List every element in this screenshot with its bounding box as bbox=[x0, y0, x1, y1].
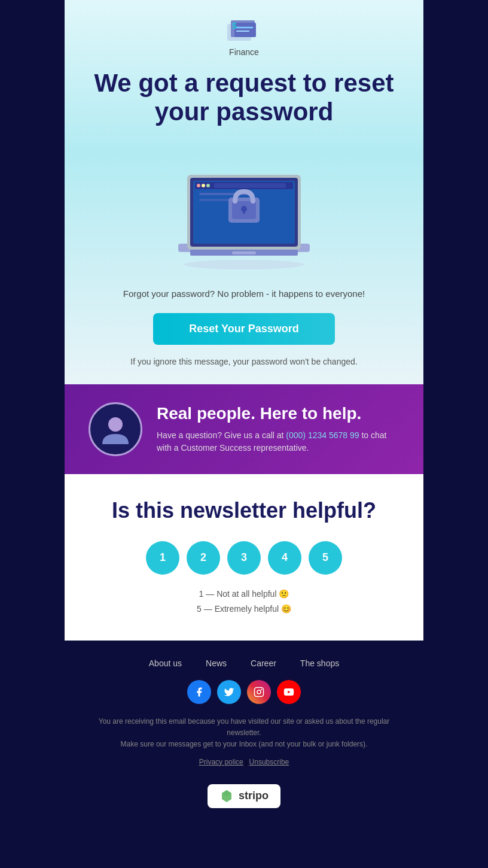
logo-area: $ Finance bbox=[89, 18, 399, 57]
hero-section: $ Finance We got a request to reset your… bbox=[65, 0, 423, 384]
social-icons bbox=[89, 680, 399, 704]
twitter-icon bbox=[224, 687, 234, 697]
unsubscribe-link[interactable]: Unsubscribe bbox=[249, 758, 289, 766]
support-title: Real people. Here to help. bbox=[157, 404, 399, 423]
svg-rect-23 bbox=[243, 209, 245, 214]
newsletter-section: Is this newsletter helpful? 1 2 3 4 5 1 … bbox=[65, 474, 423, 641]
facebook-link[interactable] bbox=[187, 680, 211, 704]
support-avatar bbox=[89, 402, 142, 456]
newsletter-title: Is this newsletter helpful? bbox=[89, 498, 399, 523]
rating-button-2[interactable]: 2 bbox=[187, 541, 220, 575]
svg-rect-15 bbox=[214, 183, 286, 188]
svg-point-12 bbox=[197, 184, 200, 187]
svg-point-14 bbox=[206, 184, 210, 187]
svg-point-27 bbox=[261, 689, 262, 690]
reset-password-button[interactable]: Reset Your Password bbox=[153, 313, 334, 345]
footer-section: About us News Career The shops bbox=[65, 641, 423, 826]
support-text: Have a question? Give us a call at (000)… bbox=[157, 429, 399, 454]
footer-nav-about[interactable]: About us bbox=[149, 658, 182, 668]
rating-label-low: 1 — Not at all helpful 🙁 bbox=[89, 587, 399, 602]
support-section: Real people. Here to help. Have a questi… bbox=[65, 384, 423, 474]
support-content: Real people. Here to help. Have a questi… bbox=[157, 404, 399, 454]
svg-point-13 bbox=[202, 184, 205, 187]
youtube-link[interactable] bbox=[277, 680, 301, 704]
footer-links: Privacy police | Unsubscribe bbox=[89, 758, 399, 766]
footer-nav-career[interactable]: Career bbox=[251, 658, 276, 668]
footer-nav: About us News Career The shops bbox=[89, 658, 399, 668]
svg-text:$: $ bbox=[232, 21, 237, 31]
ignore-text: If you ignore this message, your passwor… bbox=[89, 357, 399, 366]
stripo-badge: stripo bbox=[208, 784, 280, 808]
rating-button-5[interactable]: 5 bbox=[309, 541, 342, 575]
privacy-link[interactable]: Privacy police bbox=[199, 758, 243, 766]
svg-point-26 bbox=[257, 690, 261, 694]
logo-text: Finance bbox=[229, 47, 259, 57]
svg-rect-25 bbox=[255, 687, 264, 696]
footer-nav-shops[interactable]: The shops bbox=[300, 658, 339, 668]
finance-logo-icon: $ bbox=[226, 18, 262, 45]
forgot-text: Forgot your password? No problem - it ha… bbox=[89, 289, 399, 299]
rating-button-1[interactable]: 1 bbox=[146, 541, 179, 575]
stripo-text: stripo bbox=[239, 790, 269, 802]
stripo-icon bbox=[219, 789, 234, 803]
instagram-link[interactable] bbox=[247, 680, 271, 704]
rating-button-3[interactable]: 3 bbox=[227, 541, 261, 575]
svg-point-24 bbox=[108, 417, 123, 432]
twitter-link[interactable] bbox=[217, 680, 241, 704]
support-text-before: Have a question? Give us a call at bbox=[157, 430, 286, 440]
instagram-icon bbox=[254, 687, 264, 697]
svg-point-6 bbox=[184, 260, 304, 269]
rating-label-high: 5 — Extremely helpful 😊 bbox=[89, 602, 399, 617]
footer-disclaimer: You are receiving this email because you… bbox=[89, 716, 399, 751]
rating-buttons: 1 2 3 4 5 bbox=[89, 541, 399, 575]
laptop-illustration bbox=[166, 139, 322, 277]
facebook-icon bbox=[194, 687, 205, 697]
hero-title: We got a request to reset your password bbox=[89, 69, 399, 127]
svg-rect-2 bbox=[234, 23, 256, 37]
footer-nav-news[interactable]: News bbox=[206, 658, 227, 668]
support-phone-link[interactable]: (000) 1234 5678 99 bbox=[286, 430, 359, 440]
rating-labels: 1 — Not at all helpful 🙁 5 — Extremely h… bbox=[89, 587, 399, 617]
svg-rect-19 bbox=[232, 251, 256, 254]
youtube-icon bbox=[283, 687, 294, 697]
rating-button-4[interactable]: 4 bbox=[268, 541, 301, 575]
